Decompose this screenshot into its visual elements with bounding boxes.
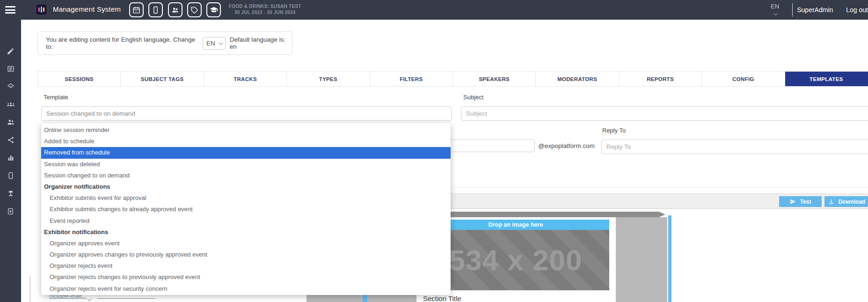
event-dates: 30 JUL 2023 - 30 JUN 2024 [229,9,301,15]
download-button[interactable]: Download [824,196,868,207]
reply-to-label: Reply To [602,127,626,134]
send-icon [790,199,796,205]
header-language-value: EN [771,3,779,10]
app-title: Management System [53,5,121,13]
dropdown-option[interactable]: Organizer approves changes to previously… [41,249,451,260]
tab[interactable]: CONFIG [702,72,785,86]
dropdown-option[interactable]: Exhibitor submits changes to already app… [41,204,451,215]
email-domain: @expoplatform.com [538,142,595,149]
download-icon [828,199,834,205]
tab[interactable]: TYPES [287,72,370,86]
dropdown-option[interactable]: Organizer rejects event for security con… [41,283,451,295]
header-language-select[interactable]: EN [771,3,779,17]
logout-button[interactable]: Log out [846,6,868,14]
tab[interactable]: SPEAKERS [453,72,536,86]
top-header: Management System FOOD & DRINKS: SUSAN T… [0,0,868,20]
image-placeholder-size: 534 x 200 [449,243,583,277]
default-language-text: Default language is: en [230,36,292,50]
preview-right-scrollbar[interactable] [668,215,671,302]
user-name: SuperAdmin [797,6,833,14]
tags-icon[interactable] [187,2,202,17]
event-info: FOOD & DRINKS: SUSAN TEST 30 JUL 2023 - … [229,3,301,15]
test-button-label: Test [800,199,811,205]
template-dropdown-list: Online session reminderAdded to schedule… [41,123,451,295]
test-button[interactable]: Test [779,196,822,207]
mobile-device-icon[interactable] [0,169,21,183]
file-upload-icon[interactable] [0,204,21,218]
subject-label: Subject [463,94,483,101]
attendees-icon[interactable] [168,2,182,17]
tab[interactable]: FILTERS [370,72,453,86]
template-select[interactable] [41,106,452,121]
smartphone-icon[interactable] [148,2,163,17]
app-window: Test Download Drop an image here 534 x 2… [0,0,868,302]
tab[interactable]: SUBJECT TAGS [121,72,204,86]
dropdown-option[interactable]: Organizer approves event [41,238,451,249]
podium-stand-icon[interactable] [0,186,21,200]
tab[interactable]: TEMPLATES [785,72,868,86]
event-name: FOOD & DRINKS: SUSAN TEST [229,3,301,9]
people-pair-icon[interactable] [0,115,21,129]
download-button-label: Download [839,199,865,205]
tab[interactable]: MODERATORS [536,72,619,86]
dropdown-option[interactable]: Removed from schedule [41,147,451,158]
dropdown-option[interactable]: Organizer notifications [41,181,451,192]
subject-input[interactable] [461,106,868,121]
header-right: EN SuperAdmin Log out [764,0,868,20]
app-logo [36,5,46,15]
dropdown-option[interactable]: Session changed to on demand [41,170,451,181]
section-title: Section Title [423,295,461,302]
editor-panel-edge [29,276,31,302]
left-sidebar [0,20,21,302]
chevron-down-icon [773,11,778,15]
language-select[interactable]: EN [203,37,226,50]
edit-pencil-icon[interactable] [0,44,21,58]
bar-chart-icon[interactable] [0,151,21,165]
dropdown-option[interactable]: Added to schedule [41,136,451,147]
hamburger-menu-icon[interactable] [5,6,15,14]
education-icon[interactable] [206,2,221,17]
language-notice-text: You are editing content for English lang… [46,36,198,50]
dropdown-option[interactable]: Organizer rejects event [41,260,451,272]
form-list-icon[interactable] [0,62,21,76]
share-icon[interactable] [0,133,21,147]
language-select-value: EN [206,40,215,47]
preview-background-right [616,217,667,302]
section-tabs: SESSIONSSUBJECT TAGSTRACKSTYPESFILTERSSP… [37,71,868,87]
dropdown-option[interactable]: Exhibitor submits event for approval [41,192,451,204]
reply-to-input[interactable] [601,140,868,154]
language-notice-bar: You are editing content for English lang… [37,31,292,55]
tab[interactable]: REPORTS [619,72,702,86]
dropdown-option[interactable]: Event reported [41,215,451,227]
people-group-icon[interactable] [0,97,21,111]
template-label: Template [44,94,68,101]
dropdown-option[interactable]: Organizer rejects changes to previously … [41,272,451,283]
dropdown-option[interactable]: Online session reminder [41,125,451,136]
dropdown-option[interactable]: Exhibitor notifications [41,227,451,238]
chevron-down-icon [219,40,223,45]
subject-tags-icon[interactable] [0,80,21,94]
calendar-icon[interactable] [129,2,144,17]
tab[interactable]: SESSIONS [38,72,121,86]
chevron-down-icon[interactable] [84,295,90,302]
dropdown-option[interactable]: Session was deleted [41,159,451,170]
tab[interactable]: TRACKS [204,72,287,86]
